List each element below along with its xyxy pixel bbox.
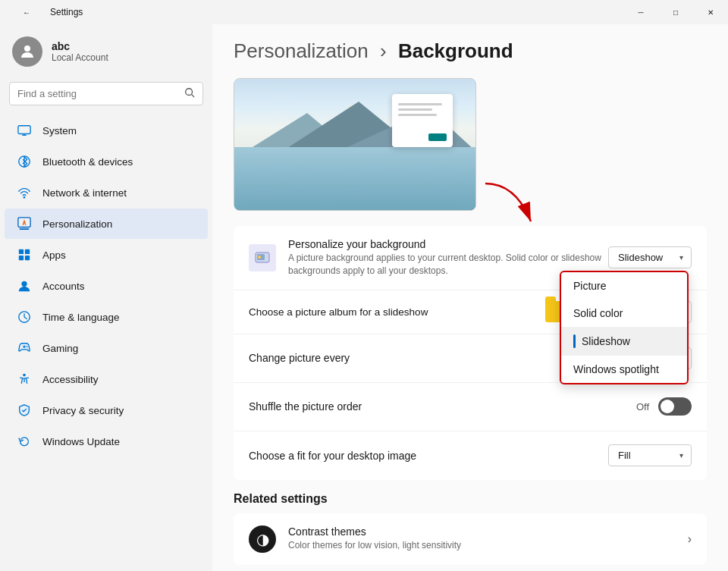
sidebar-item-accounts[interactable]: Accounts	[5, 271, 208, 301]
shuffle-toggle[interactable]	[658, 397, 692, 416]
sidebar-item-update[interactable]: Windows Update	[5, 426, 208, 456]
sidebar-item-apps-label: Apps	[42, 249, 66, 261]
content-area: Personalization › Background	[212, 24, 728, 571]
svg-rect-10	[19, 249, 24, 254]
sidebar: abc Local Account	[0, 24, 212, 571]
sidebar-item-apps[interactable]: Apps	[5, 240, 208, 270]
back-button[interactable]: ←	[9, 0, 44, 24]
contrast-text: Contrast themes Color themes for low vis…	[288, 526, 688, 552]
related-settings-card: ◑ Contrast themes Color themes for low v…	[234, 513, 707, 565]
dropdown-arrow-icon: ▾	[679, 253, 683, 262]
fit-dropdown[interactable]: Fill ▾	[608, 444, 692, 466]
svg-rect-12	[19, 256, 24, 260]
update-icon	[17, 434, 32, 449]
search-input[interactable]	[17, 88, 178, 99]
svg-rect-11	[25, 249, 30, 254]
sidebar-item-accessibility[interactable]: Accessibility	[5, 364, 208, 394]
svg-rect-3	[18, 126, 30, 134]
background-type-control: Slideshow ▾	[608, 246, 692, 268]
option-slideshow[interactable]: Slideshow	[561, 327, 687, 356]
svg-rect-13	[25, 256, 30, 260]
system-icon	[17, 123, 32, 138]
breadcrumb-parent[interactable]: Personalization	[234, 39, 369, 62]
svg-line-2	[192, 95, 195, 98]
contrast-chevron-icon: ›	[688, 532, 692, 546]
user-profile[interactable]: abc Local Account	[0, 24, 212, 79]
svg-point-21	[23, 374, 26, 377]
app-body: abc Local Account	[0, 24, 728, 571]
shuffle-text: Shuffle the picture order	[249, 400, 636, 413]
app-title: Settings	[50, 7, 83, 17]
svg-rect-9	[20, 228, 30, 230]
breadcrumb-current: Background	[398, 39, 513, 62]
breadcrumb-separator: ›	[380, 39, 392, 62]
accounts-icon	[17, 278, 32, 293]
sidebar-item-privacy-label: Privacy & security	[42, 405, 124, 416]
option-solid-color[interactable]: Solid color	[561, 300, 687, 327]
fit-arrow-icon: ▾	[679, 451, 683, 460]
option-windows-spotlight-label: Windows spotlight	[573, 363, 659, 375]
selected-indicator	[573, 334, 576, 348]
background-type-title: Personalize your background	[288, 238, 608, 250]
search-box[interactable]	[9, 82, 203, 105]
sidebar-item-personalization[interactable]: Personalization	[5, 209, 208, 239]
minimize-button[interactable]: ─	[623, 0, 658, 24]
sidebar-item-accounts-label: Accounts	[42, 281, 85, 292]
bluetooth-icon	[17, 154, 32, 169]
sidebar-item-time[interactable]: Time & language	[5, 302, 208, 332]
maximize-button[interactable]: □	[658, 0, 693, 24]
close-button[interactable]: ✕	[693, 0, 728, 24]
sidebar-item-network[interactable]: Network & internet	[5, 177, 208, 208]
sidebar-item-system[interactable]: System	[5, 115, 208, 146]
sidebar-item-bluetooth[interactable]: Bluetooth & devices	[5, 146, 208, 177]
shuffle-toggle-label: Off	[636, 401, 649, 413]
album-row-title: Choose a picture album for a slideshow	[249, 306, 545, 318]
contrast-themes-row[interactable]: ◑ Contrast themes Color themes for low v…	[234, 513, 707, 565]
fit-title: Choose a fit for your desktop image	[249, 450, 608, 462]
svg-point-20	[27, 346, 28, 347]
window-controls: ─ □ ✕	[623, 0, 728, 24]
svg-line-17	[24, 317, 27, 319]
fit-value: Fill	[618, 450, 631, 461]
shuffle-row: Shuffle the picture order Off	[234, 383, 707, 431]
fit-row: Choose a fit for your desktop image Fill…	[234, 431, 707, 480]
avatar	[12, 36, 42, 67]
sidebar-item-bluetooth-label: Bluetooth & devices	[42, 156, 133, 168]
svg-point-24	[258, 256, 261, 259]
privacy-icon	[17, 403, 32, 418]
network-icon	[17, 185, 32, 200]
sidebar-item-system-label: System	[42, 125, 77, 136]
user-name: abc	[52, 40, 108, 52]
svg-point-14	[21, 281, 27, 287]
preview-dialog	[392, 94, 453, 147]
option-picture[interactable]: Picture	[561, 272, 687, 300]
svg-point-0	[24, 45, 30, 52]
contrast-icon: ◑	[249, 526, 276, 553]
background-type-dropdown[interactable]: Slideshow ▾	[608, 246, 692, 268]
page-title: Personalization › Background	[234, 39, 707, 63]
change-picture-title: Change picture every	[249, 352, 608, 364]
svg-point-7	[24, 196, 26, 199]
apps-icon	[17, 247, 32, 262]
sidebar-item-gaming[interactable]: Gaming	[5, 333, 208, 363]
contrast-title: Contrast themes	[288, 526, 688, 538]
time-icon	[17, 309, 32, 325]
sidebar-item-time-label: Time & language	[42, 312, 120, 323]
fit-text: Choose a fit for your desktop image	[249, 450, 608, 462]
shuffle-title: Shuffle the picture order	[249, 400, 636, 413]
change-picture-text: Change picture every	[249, 352, 608, 364]
search-icon	[184, 87, 195, 100]
desktop-preview	[234, 78, 476, 211]
background-type-dropdown-popup: Picture Solid color Slideshow Windows sp…	[560, 271, 689, 384]
background-row-icon	[249, 244, 276, 271]
contrast-desc: Color themes for low vision, light sensi…	[288, 539, 688, 552]
sidebar-item-update-label: Windows Update	[42, 436, 120, 447]
option-windows-spotlight[interactable]: Windows spotlight	[561, 356, 687, 383]
search-container	[0, 79, 212, 115]
sidebar-item-network-label: Network & internet	[42, 187, 127, 199]
option-picture-label: Picture	[573, 280, 607, 292]
sidebar-item-personalization-label: Personalization	[42, 218, 112, 230]
sidebar-item-privacy[interactable]: Privacy & security	[5, 395, 208, 425]
option-slideshow-label: Slideshow	[582, 335, 630, 347]
svg-point-1	[186, 89, 193, 96]
